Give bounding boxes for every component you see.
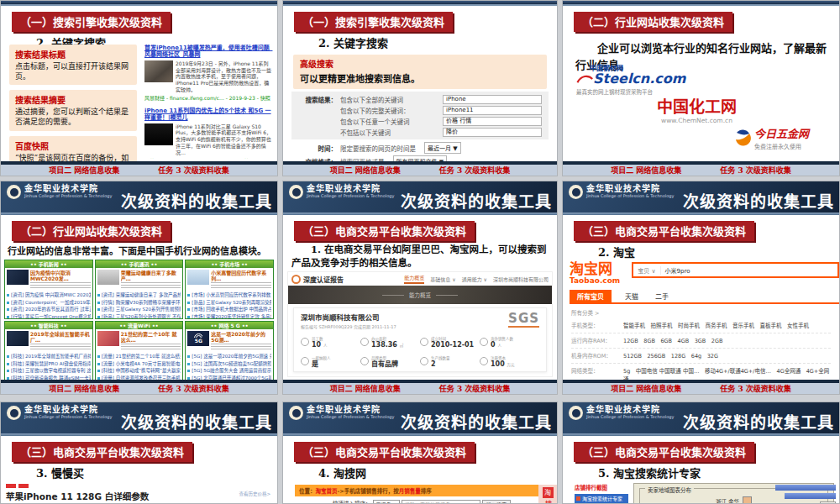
stat-icon	[420, 338, 428, 346]
bullet-icon	[7, 302, 9, 304]
any-keyword-input[interactable]: 价格 行情	[443, 117, 542, 126]
tab-general[interactable]: 通用能力 ∨	[462, 276, 487, 283]
news-item[interactable]: [流量] 小米电视4A 70英寸巨幕智能电视：4K面板…	[97, 360, 181, 368]
module-phone-comms: •• 手机通讯 •• 荣耀运动健康日来了多款产… [资讯] 荣耀运动健康日来了 …	[95, 260, 184, 319]
news-item[interactable]: [5G] 这是一项2020年前夕的5G测速 荣耀V30 P…	[187, 353, 271, 360]
result-thumbnail	[144, 123, 173, 145]
tab-company[interactable]: 深圳市尚顺科技有限公司	[493, 276, 549, 283]
enter-shop-button[interactable]: 进入搜店	[482, 500, 511, 504]
slide-6: 金华职业技术学院Jinhua College of Profession & T…	[562, 181, 840, 395]
filter-values[interactable]: 12GB 8GB 6GB 4GB 3GB 2GB	[623, 336, 722, 344]
exact-keyword-input[interactable]: iPhone11	[443, 106, 542, 115]
slide-4: 金华职业技术学院Jinhua College of Profession & T…	[0, 181, 278, 395]
filter-row: 机身内存ROM： 512GB 256GB 128G 64g 32G	[571, 349, 831, 364]
search-category-select[interactable]: 宝贝 ∨	[633, 266, 660, 275]
bar-jinhua	[743, 496, 752, 504]
slide-footer: 项目二 网络信息收集任务 3 次级资料收集	[1, 380, 277, 394]
module-smart-tech: •• 智能科技 •• 2019年全球前五智能手机厂… [科技] 2019年全球前…	[4, 321, 93, 381]
news-item[interactable]: [新品] 三星Galaxy S20系列再曝渲染图：蓝灰色…	[187, 299, 271, 307]
filter-values[interactable]: 智能手机 拍照手机 时尚手机 商务手机 音乐手机 直板手机 女性手机	[623, 321, 809, 329]
exclude-keyword-input[interactable]: 降价	[443, 128, 542, 137]
tab-basic-info[interactable]: 基础信息 ∨	[430, 276, 455, 283]
bullet-icon	[97, 316, 100, 318]
news-item[interactable]: [市场] 回收手机大数据出炉 中国品牌占大部分…	[187, 306, 271, 313]
slide-header: 金华职业技术学院Jinhua College of Profession & T…	[283, 181, 557, 213]
tao-logo-badge: 淘	[543, 487, 554, 498]
news-item[interactable]: [市场] 小米高管回应历代数字系列排数：小米10…	[187, 291, 271, 299]
slide-header: 金华职业技术学院Jinhua College of Profession & T…	[1, 181, 277, 213]
stat-icon	[420, 357, 428, 365]
search-query[interactable]: 小米9pro	[661, 266, 690, 275]
news-item[interactable]: [资讯] Counterpoint：一加成2019年印度销量前…	[7, 299, 91, 307]
stat-icon	[360, 357, 369, 365]
search-result-link[interactable]: iPhone 11系列国内优先上的5个技术 和5G 一样重要！|模范儿	[144, 108, 273, 122]
manmanbuy-screenshot: 苹果iPhone 11 128G 白详细参数 查看历史价格>	[6, 484, 272, 502]
news-item[interactable]: [资讯] 因为疫情 中兴取消MWC 2020发布会不想…	[7, 291, 91, 299]
selected-tree-item[interactable]: 淘宝搜索统计专家	[575, 494, 628, 503]
certification-report-screenshot: 深度认证报告 能力概览 基础信息 ∨ 通用能力 ∨ 深圳市尚顺科技有限公司 能力…	[287, 271, 553, 377]
report-logo-icon	[291, 275, 301, 284]
industry-modules: •• 手机新闻 •• 因为疫情中兴取消MWC2020发… [资讯] 因为疫情 中…	[4, 260, 274, 381]
taobao-home-link[interactable]: 淘宝首页	[316, 488, 338, 495]
filter-values[interactable]: 512GB 256GB 128G 64g 32G	[623, 351, 718, 360]
news-item[interactable]: [5G] 5G融合服务大会 通用运营商提示：北京联…	[187, 367, 271, 375]
callout-box: 高级搜索 可以更精更准地搜索到信息。	[293, 55, 547, 89]
search-result-link[interactable]: 首发iPhone11被曝发热严重，使用者吐槽问题_风暴网络社区_风暴网	[144, 45, 273, 59]
taosou-screenshot: 位置：淘宝首页->手机店铺销售排行，按月销售量排序 快速进入搜店： 掌柜名 ∨ …	[295, 485, 549, 504]
module-thumbnail: 5G	[187, 331, 209, 346]
section-title: （一）搜索引擎收集次级资料	[12, 12, 171, 32]
taobao-search-bar[interactable]: 宝贝 ∨ 小米9pro	[632, 262, 839, 278]
slide-header: 金华职业技术学院Jinhua College of Profession & T…	[563, 402, 839, 433]
company-card: 深圳市尚顺科技有限公司 报告编号 SZHRF009Q229 完成日期 2011-…	[293, 307, 547, 372]
screenshot-label: 店铺排行截图	[575, 483, 628, 491]
slide-subtitle: 3. 慢慢买	[36, 465, 277, 480]
shop-name-select[interactable]: 掌柜名 ∨	[373, 500, 400, 504]
news-item[interactable]: [科技] 2019年全球前五智能手机厂商排名出炉 华…	[7, 353, 91, 360]
slide-footer: 项目二 网络信息收集任务 3 次级资料收集	[563, 161, 839, 176]
rank-side-badge: 淘 排行	[538, 485, 557, 504]
school-logo-icon	[569, 185, 583, 199]
news-item[interactable]: [科技] 三星欲以数字电视遥控器专利 这次可信…	[7, 367, 91, 375]
column-1: （一）搜索引擎收集次级资料 2. 关键字搜索 搜索结果标题 点击标题，可以直接打…	[0, 0, 278, 504]
shop-name-input[interactable]: 请输入完整的掌柜名	[402, 500, 480, 504]
product-title: 苹果iPhone 11 128G 白详细参数	[6, 490, 272, 502]
keywords-all-input[interactable]: iPhone	[443, 95, 542, 104]
bullet-icon	[187, 308, 190, 311]
company-stat: 成立时间2010-12-01	[420, 336, 480, 349]
bullet-icon	[97, 363, 100, 365]
stat-icon	[301, 357, 309, 365]
news-item[interactable]: [科技] 中国移动成“携号转网”最大赢家 只是…	[97, 367, 181, 375]
time-range-select[interactable]: 最近一月 ▼	[424, 142, 461, 154]
all-categories-link[interactable]: 所有分类 >	[571, 308, 839, 317]
history-price-link[interactable]: 查看历史价格>	[239, 491, 270, 497]
news-item[interactable]: [5G] 法国再次5G频谱拍卖5G配额牌照	[187, 360, 271, 368]
news-item[interactable]: [市场] 荣耀2020年坚持销售定款 多品类多价位…	[187, 313, 271, 319]
company-stat: 一般纳税人是	[301, 355, 360, 369]
bullet-icon	[97, 355, 100, 358]
stat-icon	[480, 338, 488, 346]
slide-body-text: 行业网站的信息非常丰富。下面是中国手机行业网的信息模块。	[8, 244, 270, 257]
module-5g: •• 网络 5 G •• 5G 这是一项2020年前夕的5G测… [5G] 这是…	[185, 321, 274, 381]
news-item[interactable]: [资讯] 2020年的春节反其道而行 过年正当时…	[7, 306, 91, 313]
news-item[interactable]: [资讯] 三星Galaxy S20系列开售前预购 预订赠…	[97, 306, 181, 313]
tab-all-items[interactable]: 所有宝贝	[570, 290, 612, 302]
news-item[interactable]: [资讯] 荣耀运动健康日来了 多款产品热销 在家…	[97, 291, 181, 299]
news-item[interactable]: [行情] 黑鲨与一加Concept One概念机亮相 闪耀…	[7, 313, 91, 319]
module-thumbnail	[7, 331, 29, 346]
module-thumbnail	[97, 270, 119, 285]
search-result: 首发iPhone11被曝发热严重，使用者吐槽问题_风暴网络社区_风暴网 2019…	[144, 45, 273, 102]
tab-secondhand[interactable]: 二手	[652, 290, 672, 302]
steelcn-logo: 中国钢材网 Steelcn.com 最真实的网上钢材现货采购平台	[576, 63, 685, 96]
news-item[interactable]: [新品] 三星S20系列全新外观曝光 不仅能倒影…	[97, 313, 181, 319]
news-item[interactable]: [科技] 荣耀智慧屏PRO AI键盘使用指南 书法发布…	[7, 360, 91, 368]
window-bars: 关闭	[775, 485, 836, 504]
module-phone-news: •• 手机新闻 •• 因为疫情中兴取消MWC2020发… [资讯] 因为疫情 中…	[4, 260, 93, 319]
news-item[interactable]: [流量] 21世纪的第二个10年 就这么结束 “见儿”…	[97, 353, 181, 360]
section-title: （三）电商交易平台收集次级资料	[294, 221, 475, 241]
slide-header-title: 次级资料的收集工具	[121, 189, 272, 212]
monthly-sales-link[interactable]: 月销售量	[399, 488, 421, 495]
bullet-icon	[187, 363, 190, 365]
news-item[interactable]: [行情] 购荣耀V30系列赠畅享荣耀手环5i 可到店…	[97, 299, 181, 307]
tab-capability[interactable]: 能力概览	[404, 274, 424, 284]
tab-tmall[interactable]: 天猫	[622, 290, 642, 302]
